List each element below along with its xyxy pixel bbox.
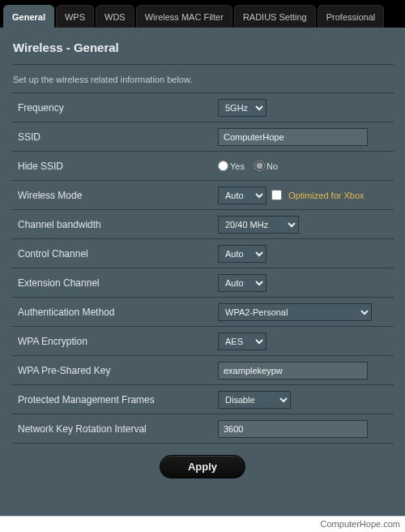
row-wpa-encryption: WPA Encryption AES	[11, 327, 394, 356]
label-control-channel: Control Channel	[11, 248, 218, 260]
page-title: Wireless - General	[13, 41, 394, 54]
no-text: No	[266, 161, 278, 171]
label-channel-bandwidth: Channel bandwidth	[11, 219, 218, 230]
hide-ssid-no-radio[interactable]	[254, 161, 265, 171]
label-wireless-mode: Wireless Mode	[11, 190, 218, 201]
control-channel-select[interactable]: Auto	[218, 245, 266, 263]
frequency-select[interactable]: 5GHz	[218, 99, 266, 117]
tab-wds[interactable]: WDS	[96, 5, 134, 28]
row-wireless-mode: Wireless Mode Auto Optimized for Xbox	[11, 181, 394, 210]
content-area: Wireless - General Set up the wireless r…	[0, 28, 405, 490]
wireless-settings-panel: General WPS WDS Wireless MAC Filter RADI…	[0, 0, 405, 516]
yes-text: Yes	[230, 161, 245, 171]
row-control-channel: Control Channel Auto	[11, 239, 394, 268]
hide-ssid-yes-label[interactable]: Yes	[218, 161, 245, 171]
label-key-rotation: Network Key Rotation Interval	[11, 423, 218, 435]
row-hide-ssid: Hide SSID Yes No	[11, 152, 394, 181]
hide-ssid-no-label[interactable]: No	[254, 161, 278, 171]
tab-radius[interactable]: RADIUS Setting	[234, 5, 316, 28]
label-extension-channel: Extension Channel	[11, 277, 218, 289]
xbox-checkbox[interactable]	[271, 190, 282, 200]
row-ssid: SSID	[11, 122, 394, 152]
apply-button[interactable]: Apply	[160, 455, 245, 478]
wpa-psk-input[interactable]	[218, 362, 368, 380]
row-key-rotation: Network Key Rotation Interval	[11, 414, 394, 444]
footer-attribution: ComputerHope.com	[0, 516, 405, 532]
tab-general[interactable]: General	[3, 5, 54, 28]
label-ssid: SSID	[11, 131, 218, 143]
row-auth-method: Authentication Method WPA2-Personal	[11, 298, 394, 327]
label-auth-method: Authentication Method	[11, 307, 218, 318]
key-rotation-input[interactable]	[218, 420, 368, 438]
actions-bar: Apply	[11, 444, 394, 483]
wireless-mode-select[interactable]: Auto	[218, 187, 266, 204]
auth-method-select[interactable]: WPA2-Personal	[218, 303, 372, 321]
label-hide-ssid: Hide SSID	[11, 161, 218, 172]
instruction-text: Set up the wireless related information …	[13, 64, 394, 84]
label-pmf: Protected Management Frames	[11, 394, 218, 405]
hide-ssid-yes-radio[interactable]	[218, 161, 228, 171]
channel-bandwidth-select[interactable]: 20/40 MHz	[218, 216, 299, 234]
row-frequency: Frequency 5GHz	[11, 93, 394, 122]
tab-professional[interactable]: Professional	[318, 5, 385, 28]
wpa-encryption-select[interactable]: AES	[218, 332, 266, 350]
row-pmf: Protected Management Frames Disable	[11, 385, 394, 414]
tab-mac-filter[interactable]: Wireless MAC Filter	[136, 5, 232, 28]
pmf-select[interactable]: Disable	[218, 391, 291, 409]
row-extension-channel: Extension Channel Auto	[11, 268, 394, 298]
extension-channel-select[interactable]: Auto	[218, 274, 266, 292]
label-wpa-encryption: WPA Encryption	[11, 336, 218, 347]
xbox-label: Optimized for Xbox	[288, 191, 364, 200]
tab-wps[interactable]: WPS	[56, 5, 94, 28]
row-channel-bandwidth: Channel bandwidth 20/40 MHz	[11, 210, 394, 239]
settings-form: Frequency 5GHz SSID Hide SSID	[11, 92, 394, 444]
label-wpa-psk: WPA Pre-Shared Key	[11, 365, 218, 376]
ssid-input[interactable]	[218, 128, 368, 146]
tab-bar: General WPS WDS Wireless MAC Filter RADI…	[0, 0, 405, 28]
row-wpa-psk: WPA Pre-Shared Key	[11, 356, 394, 385]
label-frequency: Frequency	[11, 102, 218, 114]
